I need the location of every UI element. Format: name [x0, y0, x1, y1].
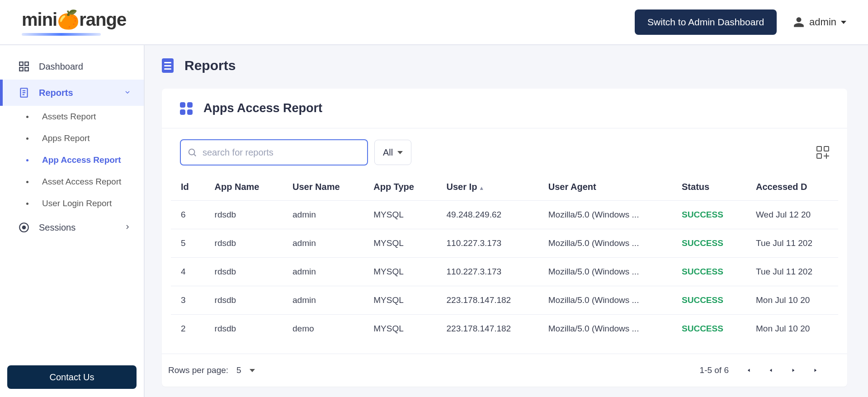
logo-text-a: mini — [22, 9, 57, 29]
sidebar-sub-assets-report[interactable]: Assets Report — [0, 106, 144, 128]
svg-rect-1 — [25, 62, 28, 66]
cell-user-agent: Mozilla/5.0 (Windows ... — [538, 286, 672, 315]
table-wrap: Id App Name User Name App Type User Ip▲ … — [162, 168, 847, 348]
cell-id: 4 — [171, 258, 205, 286]
rows-per-page-select[interactable]: 5 — [236, 365, 255, 375]
reports-icon — [18, 87, 30, 99]
page-prev-button[interactable] — [760, 361, 782, 379]
filter-select[interactable]: All — [374, 140, 411, 165]
svg-point-10 — [189, 149, 195, 155]
sidebar-sub-label: App Access Report — [42, 155, 121, 165]
card-head: Apps Access Report — [162, 89, 847, 128]
cell-status: SUCCESS — [672, 286, 746, 315]
page-last-button[interactable] — [805, 361, 827, 379]
chevron-down-icon — [250, 369, 255, 372]
page-head: Reports — [162, 58, 847, 73]
table-row[interactable]: 3rdsdbadminMYSQL223.178.147.182Mozilla/5… — [171, 286, 838, 315]
cell-user-ip: 49.248.249.62 — [437, 201, 538, 229]
cell-user-ip: 110.227.3.173 — [437, 258, 538, 286]
logo-orange: 🍊 — [57, 9, 79, 29]
sidebar-sub-app-access-report[interactable]: App Access Report — [0, 149, 144, 171]
apps-grid-icon — [180, 102, 193, 115]
chevron-right-icon — [124, 222, 131, 233]
sidebar-item-label: Reports — [39, 88, 73, 98]
cell-app-name: rdsdb — [205, 201, 283, 229]
rows-per-page: Rows per page: 5 — [168, 365, 255, 375]
main-content: Reports Apps Access Report All — [145, 45, 868, 397]
sidebar-sub-label: Apps Report — [42, 133, 90, 143]
logo-underline — [22, 33, 101, 36]
report-table: Id App Name User Name App Type User Ip▲ … — [171, 174, 838, 343]
search-box[interactable] — [180, 139, 368, 165]
sidebar-item-dashboard[interactable]: Dashboard — [0, 53, 144, 80]
table-header-row: Id App Name User Name App Type User Ip▲ … — [171, 174, 838, 201]
svg-rect-3 — [25, 67, 28, 71]
page-next-button[interactable] — [782, 361, 805, 379]
cell-user-agent: Mozilla/5.0 (Windows ... — [538, 201, 672, 229]
page-title: Reports — [184, 58, 236, 73]
cell-accessed: Mon Jul 10 20 — [746, 315, 838, 343]
switch-admin-dashboard-button[interactable]: Switch to Admin Dashboard — [635, 9, 777, 35]
col-id[interactable]: Id — [171, 174, 205, 201]
report-card: Apps Access Report All — [162, 89, 847, 387]
logo-text-b: range — [79, 9, 126, 29]
logo: mini🍊range — [22, 9, 126, 36]
cell-user-name: admin — [283, 286, 363, 315]
col-app-name[interactable]: App Name — [205, 174, 283, 201]
col-user-name[interactable]: User Name — [283, 174, 363, 201]
dashboard-icon — [18, 61, 30, 72]
reports-page-icon — [162, 58, 174, 73]
svg-point-9 — [23, 226, 26, 229]
col-status[interactable]: Status — [672, 174, 746, 201]
sort-asc-icon: ▲ — [479, 185, 484, 191]
sidebar-item-reports[interactable]: Reports — [0, 80, 144, 106]
cell-app-name: rdsdb — [205, 229, 283, 258]
cell-user-ip: 110.227.3.173 — [437, 229, 538, 258]
cell-app-type: MYSQL — [363, 229, 436, 258]
chevron-down-icon — [841, 21, 846, 24]
cell-user-agent: Mozilla/5.0 (Windows ... — [538, 258, 672, 286]
pagination: Rows per page: 5 1-5 of 6 — [162, 354, 847, 387]
table-row[interactable]: 6rdsdbadminMYSQL49.248.249.62Mozilla/5.0… — [171, 201, 838, 229]
col-accessed[interactable]: Accessed D — [746, 174, 838, 201]
cell-status: SUCCESS — [672, 315, 746, 343]
col-app-type[interactable]: App Type — [363, 174, 436, 201]
cell-accessed: Wed Jul 12 20 — [746, 201, 838, 229]
cell-app-type: MYSQL — [363, 201, 436, 229]
column-chooser-button[interactable] — [816, 146, 829, 159]
sidebar-item-sessions[interactable]: Sessions — [0, 214, 144, 241]
cell-app-type: MYSQL — [363, 286, 436, 315]
sidebar-sub-label: Assets Report — [42, 112, 96, 122]
col-user-ip[interactable]: User Ip▲ — [437, 174, 538, 201]
contact-us-button[interactable]: Contact Us — [7, 365, 137, 389]
rows-per-page-value: 5 — [236, 365, 241, 375]
svg-line-11 — [194, 154, 196, 156]
svg-rect-2 — [19, 67, 23, 71]
col-user-agent[interactable]: User Agent — [538, 174, 672, 201]
rows-per-page-label: Rows per page: — [168, 365, 228, 375]
cell-id: 3 — [171, 286, 205, 315]
table-row[interactable]: 5rdsdbadminMYSQL110.227.3.173Mozilla/5.0… — [171, 229, 838, 258]
cell-app-name: rdsdb — [205, 286, 283, 315]
cell-accessed: Mon Jul 10 20 — [746, 286, 838, 315]
cell-user-name: admin — [283, 258, 363, 286]
sidebar-item-label: Sessions — [39, 222, 75, 233]
cell-user-agent: Mozilla/5.0 (Windows ... — [538, 229, 672, 258]
cell-app-type: MYSQL — [363, 315, 436, 343]
table-row[interactable]: 2rdsdbdemoMYSQL223.178.147.182Mozilla/5.… — [171, 315, 838, 343]
table-row[interactable]: 4rdsdbadminMYSQL110.227.3.173Mozilla/5.0… — [171, 258, 838, 286]
search-input[interactable] — [203, 147, 361, 158]
cell-accessed: Tue Jul 11 202 — [746, 258, 838, 286]
sidebar-sub-apps-report[interactable]: Apps Report — [0, 128, 144, 149]
cell-status: SUCCESS — [672, 229, 746, 258]
sidebar-sub-user-login-report[interactable]: User Login Report — [0, 193, 144, 214]
sidebar-item-label: Dashboard — [39, 61, 83, 72]
cell-id: 5 — [171, 229, 205, 258]
svg-rect-0 — [19, 62, 23, 66]
sidebar: Dashboard Reports Assets Report Apps Rep… — [0, 45, 145, 397]
sidebar-sub-asset-access-report[interactable]: Asset Access Report — [0, 171, 144, 193]
sidebar-sub-label: User Login Report — [42, 198, 112, 208]
user-menu[interactable]: admin — [793, 16, 846, 28]
cell-id: 2 — [171, 315, 205, 343]
page-first-button[interactable] — [737, 361, 760, 379]
